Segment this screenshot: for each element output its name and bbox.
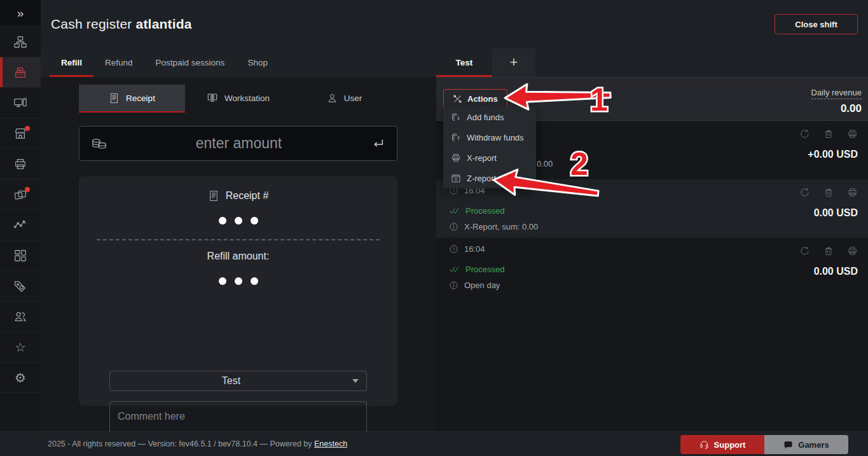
menu-item-label: Withdraw funds [467, 133, 524, 142]
enter-key-icon[interactable] [370, 137, 385, 151]
actions-menu: Add funds Withdraw funds X-report Z-repo… [443, 107, 536, 188]
sidebar-item-cash-register[interactable] [0, 57, 41, 88]
page-title: Cash register atlantida [51, 17, 192, 32]
stats-icon [13, 218, 27, 232]
chat-icon [783, 440, 793, 450]
refresh-icon[interactable] [799, 128, 810, 139]
enestech-link[interactable]: Enestech [314, 439, 347, 448]
sidebar-item-network[interactable] [0, 27, 41, 57]
tab-shop[interactable]: Shop [236, 48, 279, 77]
gamers-button[interactable]: Gamers [764, 435, 848, 454]
transaction-note: Open day [464, 280, 500, 290]
coins-down-icon [451, 112, 461, 122]
menu-item-label: X-report [467, 153, 497, 163]
add-tab-button[interactable]: + [492, 48, 535, 77]
sidebar-item-tariffs[interactable] [0, 271, 41, 301]
tab-postpaid-sessions[interactable]: Postpaid sessions [144, 48, 237, 77]
menu-item-label: Add funds [467, 113, 504, 122]
tabbar-right: Test + [436, 48, 868, 77]
print-icon[interactable] [847, 245, 858, 256]
menu-item-withdraw-funds[interactable]: Withdraw funds [443, 127, 536, 148]
subtab-user[interactable]: User [291, 85, 397, 111]
tab-refund[interactable]: Refund [93, 48, 144, 77]
trash-icon[interactable] [823, 245, 834, 256]
footer-copyright: 2025 - All rights reserved — Version: fe… [48, 439, 347, 448]
receipt-preview-card: Receipt # Refill amount: Test [79, 176, 397, 406]
menu-item-label: Z-report [467, 174, 496, 183]
info-icon [449, 280, 458, 290]
subtab-receipt-label: Receipt [126, 93, 155, 103]
page-title-regular: Cash register [51, 17, 136, 31]
workstation-dollar-icon [207, 92, 218, 104]
coins-icon [91, 136, 107, 151]
tariffs-icon [13, 279, 27, 293]
sidebar-item-printer[interactable] [0, 149, 41, 179]
amount-input[interactable] [107, 135, 370, 152]
receipt-title: Receipt # [226, 190, 269, 202]
subtab-receipt[interactable]: Receipt [79, 85, 185, 111]
transaction-amount: 0.00 USD [814, 207, 858, 219]
payment-target-select-value: Test [110, 375, 352, 387]
sidebar-item-dashboard[interactable] [0, 240, 41, 271]
cash-register-icon [13, 66, 27, 79]
chevron-down-icon [352, 379, 359, 383]
refresh-icon[interactable] [799, 245, 810, 256]
receipt-number-loading-dots [79, 217, 397, 225]
app-root: » [0, 0, 868, 456]
tab-refill[interactable]: Refill [50, 48, 93, 77]
sidebar-item-stats[interactable] [0, 210, 41, 240]
comment-input[interactable] [109, 401, 367, 434]
transaction-actions [799, 245, 858, 256]
tabbar-left: Refill Refund Postpaid sessions Shop [41, 48, 436, 77]
gamers-button-label: Gamers [798, 440, 829, 450]
print-icon[interactable] [847, 187, 858, 198]
print-icon[interactable] [847, 128, 858, 139]
sidebar: » [0, 0, 41, 431]
menu-item-z-report[interactable]: Z-report [443, 168, 536, 188]
user-icon [327, 93, 338, 104]
payment-target-select[interactable]: Test [109, 371, 367, 391]
actions-button[interactable]: Actions [443, 89, 507, 108]
subtab-user-label: User [344, 93, 362, 103]
refill-amount-loading-dots [79, 277, 397, 285]
sidebar-item-workstations[interactable] [0, 88, 41, 118]
collapse-sidebar-button[interactable]: » [0, 0, 41, 27]
tab-test[interactable]: Test [436, 48, 492, 77]
workstations-icon [13, 96, 27, 110]
sidebar-item-users[interactable] [0, 301, 41, 332]
sidebar-item-settings[interactable]: ⚙ [0, 363, 41, 393]
receipt-icon [109, 93, 120, 104]
transaction-note: X-Report, sum: 0.00 [464, 222, 538, 231]
support-button[interactable]: Support [680, 435, 764, 454]
transaction-amount: +0.00 USD [808, 149, 858, 160]
receipt-title-row: Receipt # [79, 190, 397, 202]
favorites-icon: ☆ [15, 341, 26, 354]
printer-icon [451, 153, 461, 163]
printer-icon [13, 157, 27, 171]
refill-amount-label: Refill amount: [79, 251, 397, 262]
menu-item-x-report[interactable]: X-report [443, 148, 536, 168]
trash-icon[interactable] [823, 128, 834, 139]
transaction-note-partial: 0.00 [537, 159, 553, 169]
refresh-icon[interactable] [799, 187, 810, 198]
trash-icon[interactable] [823, 187, 834, 198]
transaction-actions [799, 187, 858, 198]
support-button-label: Support [714, 440, 746, 450]
subtab-workstation[interactable]: Workstation [185, 85, 291, 111]
sidebar-item-shop[interactable] [0, 118, 41, 149]
subtab-workstation-label: Workstation [224, 93, 270, 103]
daily-revenue-value: 0.00 [811, 102, 862, 115]
actions-button-label: Actions [467, 94, 498, 104]
coins-up-icon [451, 132, 461, 142]
close-shift-button[interactable]: Close shift [775, 14, 858, 34]
daily-revenue-label[interactable]: Daily revenue [811, 88, 862, 99]
collapse-sidebar-icon: » [17, 6, 24, 20]
sidebar-item-copies[interactable] [0, 179, 41, 210]
clock-icon [449, 244, 458, 254]
sidebar-item-favorites[interactable]: ☆ [0, 332, 41, 363]
transaction-amount: 0.00 USD [814, 266, 858, 277]
menu-item-add-funds[interactable]: Add funds [443, 107, 536, 127]
transaction-note-line: Open day [449, 280, 500, 290]
transaction-time: 16:04 [464, 244, 485, 254]
notification-dot [25, 187, 30, 192]
